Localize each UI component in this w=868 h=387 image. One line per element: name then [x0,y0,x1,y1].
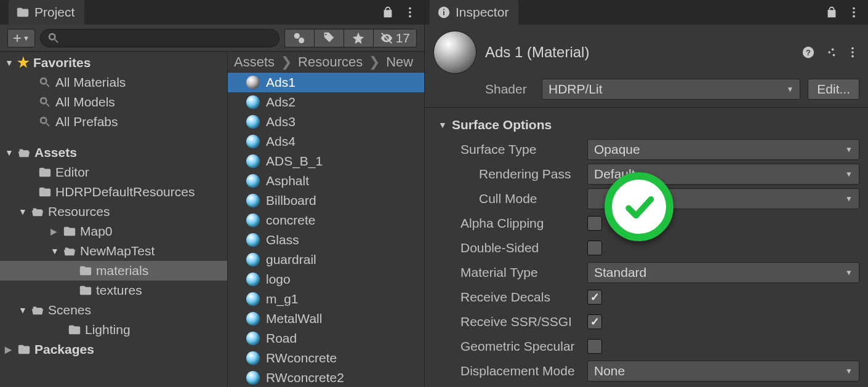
lock-icon[interactable] [381,6,395,19]
displacement-mode-dropdown[interactable]: None ▼ [587,361,859,381]
breadcrumb-part[interactable]: New [386,54,413,70]
asset-item[interactable]: Ads4 [228,132,424,151]
asset-item[interactable]: Billboard [228,191,424,210]
tree-item-editor[interactable]: Editor [0,162,227,182]
favorite-item[interactable]: All Prefabs [0,112,227,132]
tree-item-textures[interactable]: textures [0,281,227,300]
folder-open-icon [31,303,44,317]
asset-item[interactable]: Ads1 [228,73,424,92]
alpha-clipping-checkbox[interactable] [587,216,602,231]
filter-by-label-button[interactable] [314,29,344,47]
chevron-down-icon: ▼ [845,194,853,203]
material-icon [246,194,260,207]
svg-point-16 [851,47,854,50]
asset-item[interactable]: guardrail [228,250,424,269]
folder-open-icon [31,205,44,218]
material-icon [246,213,260,227]
filter-by-type-button[interactable] [284,29,314,47]
info-icon [437,6,451,19]
assets-header[interactable]: ▼ Assets [0,143,227,162]
asset-label: Ads3 [266,114,295,129]
material-preview[interactable] [433,31,476,74]
asset-item[interactable]: RWconcrete [228,348,424,368]
tree-item-newmaptest[interactable]: ▼ NewMapTest [0,241,227,261]
search-icon [38,76,52,89]
create-button[interactable]: + ▼ [7,29,35,47]
edit-label: Edit... [817,82,850,97]
svg-point-14 [828,51,830,54]
asset-item[interactable]: Glass [228,230,424,250]
tree-item-label: Editor [55,165,89,180]
packages-header[interactable]: ▶ Packages [0,340,227,359]
shader-dropdown[interactable]: HDRP/Lit ▼ [542,79,800,100]
help-icon[interactable]: ? [802,46,815,59]
section-header[interactable]: ▼ Surface Options [433,114,859,137]
search-icon [47,31,60,45]
kebab-menu-icon[interactable] [847,6,861,19]
favorites-header[interactable]: ▼ ★ Favorites [0,53,227,73]
asset-item[interactable]: logo [228,269,424,289]
save-search-button[interactable] [344,29,373,47]
inspector-tab[interactable]: Inspector [430,0,518,25]
svg-point-9 [853,11,855,14]
tree-item-label: textures [96,283,142,298]
chevron-down-icon: ▼ [845,268,853,277]
receive-ssr-checkbox[interactable] [587,314,602,329]
tree-item-resources[interactable]: ▼ Resources [0,202,227,221]
breadcrumb-part[interactable]: Resources [298,54,363,70]
asset-label: Ads1 [266,75,295,90]
breadcrumb-part[interactable]: Assets [234,54,275,70]
folder-icon [63,225,76,238]
asset-label: ADS_B_1 [266,154,323,169]
folder-icon [38,166,52,179]
tree-item-label: materials [96,263,148,278]
material-icon [246,154,260,168]
asset-item[interactable]: Road [228,329,424,348]
double-sided-checkbox[interactable] [587,241,602,255]
asset-item[interactable]: Asphalt [228,171,424,191]
asset-item[interactable]: m_g1 [228,289,424,309]
lock-icon[interactable] [825,6,838,19]
svg-point-10 [853,15,855,18]
asset-item[interactable]: ADS_B_1 [228,151,424,171]
search-input[interactable] [40,29,279,47]
favorite-item[interactable]: All Models [0,92,227,112]
tree-item-lighting[interactable]: Lighting [0,320,227,340]
svg-text:?: ? [806,48,811,57]
geometric-specular-checkbox[interactable] [587,339,602,354]
folder-icon [38,185,52,199]
surface-type-dropdown[interactable]: Opaque ▼ [587,139,859,160]
receive-decals-checkbox[interactable] [587,290,602,305]
material-icon [246,273,260,286]
tree-item-scenes[interactable]: ▼ Scenes [0,300,227,320]
asset-item[interactable]: Ads3 [228,112,424,132]
asset-item[interactable]: concrete [228,210,424,230]
asset-item[interactable]: Ads2 [228,92,424,112]
chevron-down-icon: ▼ [845,367,853,375]
favorites-label: Favorites [33,55,90,70]
edit-shader-button[interactable]: Edit... [808,79,859,100]
tag-icon [322,31,336,45]
prop-label: Cull Mode [433,191,581,206]
folder-icon [79,284,92,297]
kebab-menu-icon[interactable] [403,6,417,19]
project-tab[interactable]: Project [9,0,84,25]
hidden-toggle[interactable]: 17 [373,29,417,47]
prop-label: Double-Sided [433,241,581,255]
kebab-menu-icon[interactable] [846,46,859,59]
material-type-dropdown[interactable]: Standard ▼ [587,262,859,283]
asset-item[interactable]: RWconcrete2 [228,368,424,387]
svg-point-17 [851,51,854,54]
tree-item-hdrp[interactable]: HDRPDefaultResources [0,182,227,202]
favorite-item[interactable]: All Materials [0,73,227,92]
prop-label: Displacement Mode [433,364,581,378]
asset-item[interactable]: MetalWall [228,309,424,329]
inspector-tab-bar: Inspector [425,0,868,25]
asset-label: m_g1 [266,292,299,306]
asset-label: Ads4 [266,134,295,149]
tree-item-materials[interactable]: materials [0,261,227,281]
inspector-panel: Inspector Ads 1 (Material) ? Shader HDRP… [425,0,868,387]
tree-item-map0[interactable]: ▶ Map0 [0,221,227,241]
settings-sliders-icon[interactable] [824,46,837,59]
tree-item-label: NewMapTest [80,244,155,258]
